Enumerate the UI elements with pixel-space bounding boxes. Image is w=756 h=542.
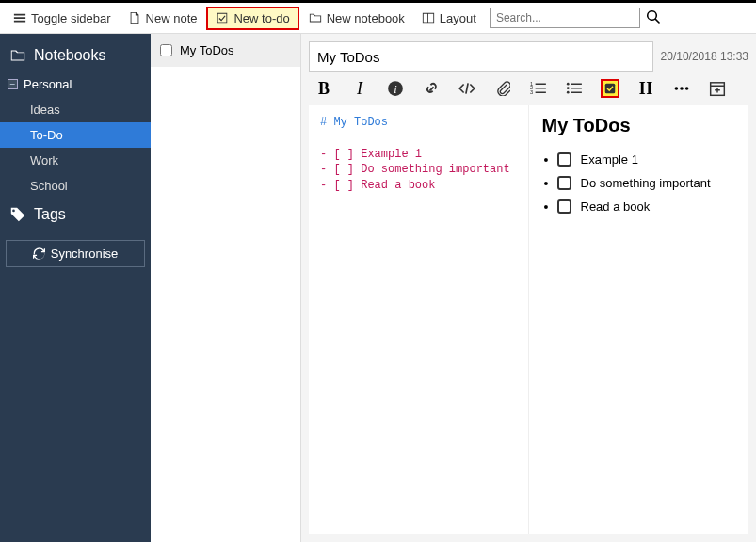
link-icon (424, 81, 440, 97)
new-note-label: New note (146, 11, 198, 25)
search-button[interactable] (646, 9, 661, 27)
preview-pane: My ToDos Example 1 Do something importan… (529, 105, 749, 534)
notebooks-header[interactable]: Notebooks (0, 40, 151, 72)
preview-item: Read a book (557, 195, 736, 218)
synchronise-button[interactable]: Synchronise (6, 240, 145, 267)
svg-text:3: 3 (530, 89, 533, 95)
svg-point-6 (567, 87, 570, 89)
ul-icon (566, 80, 583, 97)
md-text: Do something important (361, 163, 509, 176)
calendar-plus-icon (709, 80, 726, 97)
new-todo-button[interactable]: New to-do (206, 7, 298, 30)
info-button[interactable]: i (386, 79, 405, 98)
note-list-item[interactable]: My ToDos (151, 34, 300, 67)
svg-text:i: i (394, 83, 397, 96)
main-area: Notebooks − Personal Ideas To-Do Work Sc… (0, 34, 756, 542)
notebooks-label: Notebooks (34, 47, 106, 64)
title-row: 20/10/2018 13:33 (309, 41, 748, 72)
check-square-icon (216, 11, 229, 24)
paperclip-icon (495, 81, 510, 96)
new-note-button[interactable]: New note (121, 8, 205, 29)
note-checkbox[interactable] (160, 44, 172, 56)
layout-label: Layout (440, 11, 476, 25)
sync-label: Synchronise (51, 247, 119, 261)
sidebar-item-ideas[interactable]: Ideas (0, 97, 151, 122)
task-text: Do something important (581, 176, 711, 190)
svg-point-7 (567, 91, 570, 94)
md-text: Example 1 (361, 148, 422, 161)
svg-point-9 (675, 87, 679, 90)
top-toolbar: Toggle sidebar New note New to-do New no… (0, 3, 756, 34)
toggle-sidebar-label: Toggle sidebar (31, 11, 111, 25)
md-heading: # My ToDos (320, 116, 388, 129)
md-text: Read a book (361, 179, 435, 192)
tags-icon (9, 206, 26, 223)
task-checkbox[interactable] (557, 176, 571, 190)
toggle-sidebar-button[interactable]: Toggle sidebar (6, 8, 119, 29)
hamburger-icon (13, 11, 26, 24)
svg-point-11 (685, 87, 689, 90)
timestamp: 20/10/2018 13:33 (661, 50, 748, 63)
preview-heading: My ToDos (542, 115, 736, 136)
bullet-list-button[interactable] (565, 79, 584, 98)
svg-rect-8 (605, 84, 616, 94)
notebook-label: Personal (24, 77, 72, 91)
md-prefix: - [ ] (320, 148, 361, 161)
task-checkbox[interactable] (557, 152, 571, 167)
md-prefix: - [ ] (320, 179, 361, 192)
link-button[interactable] (422, 79, 441, 98)
search-icon (646, 9, 661, 24)
folder-icon (9, 47, 26, 64)
notebook-personal[interactable]: − Personal (0, 72, 151, 97)
preview-item: Example 1 (557, 148, 736, 171)
bold-button[interactable]: B (314, 79, 333, 98)
preview-list: Example 1 Do something important Read a … (542, 148, 736, 218)
more-button[interactable] (672, 79, 691, 98)
layout-button[interactable]: Layout (414, 8, 484, 29)
tags-header[interactable]: Tags (0, 199, 151, 231)
sidebar-item-work[interactable]: Work (0, 148, 151, 173)
italic-button[interactable]: I (350, 79, 369, 98)
svg-point-10 (680, 87, 684, 90)
new-notebook-label: New notebook (327, 11, 405, 25)
markdown-editor[interactable]: # My ToDos - [ ] Example 1 - [ ] Do some… (309, 105, 529, 534)
code-button[interactable] (458, 79, 476, 98)
sidebar-item-todo[interactable]: To-Do (0, 122, 151, 148)
search-input[interactable] (490, 8, 640, 28)
code-icon (458, 80, 475, 97)
sidebar-item-school[interactable]: School (0, 173, 151, 199)
sidebar: Notebooks − Personal Ideas To-Do Work Sc… (0, 34, 151, 542)
tags-label: Tags (34, 206, 66, 223)
checkbox-icon (604, 81, 616, 96)
attach-button[interactable] (493, 79, 512, 98)
layout-icon (422, 11, 435, 24)
info-icon: i (387, 80, 404, 97)
checkbox-list-button[interactable] (601, 79, 619, 98)
note-title-input[interactable] (309, 41, 653, 72)
calendar-button[interactable] (708, 79, 727, 98)
note-title: My ToDos (180, 43, 234, 57)
ellipsis-icon (673, 80, 690, 97)
collapse-icon: − (8, 79, 18, 89)
svg-point-5 (567, 83, 570, 86)
new-notebook-button[interactable]: New notebook (301, 8, 412, 29)
preview-item: Do something important (557, 171, 736, 195)
heading-button[interactable]: H (636, 79, 655, 98)
file-icon (128, 11, 141, 24)
folder-icon (309, 11, 322, 24)
format-toolbar: B I i 123 (309, 72, 748, 104)
numbered-list-button[interactable]: 123 (529, 79, 548, 98)
task-checkbox[interactable] (557, 199, 571, 214)
task-text: Example 1 (581, 152, 638, 167)
new-todo-label: New to-do (233, 11, 289, 25)
editor-panes: # My ToDos - [ ] Example 1 - [ ] Do some… (309, 105, 748, 534)
task-text: Read a book (581, 199, 651, 214)
md-prefix: - [ ] (320, 163, 361, 176)
editor-area: 20/10/2018 13:33 B I i (301, 34, 756, 542)
sync-icon (33, 247, 45, 260)
ol-icon: 123 (530, 80, 547, 97)
note-list: My ToDos (151, 34, 301, 542)
